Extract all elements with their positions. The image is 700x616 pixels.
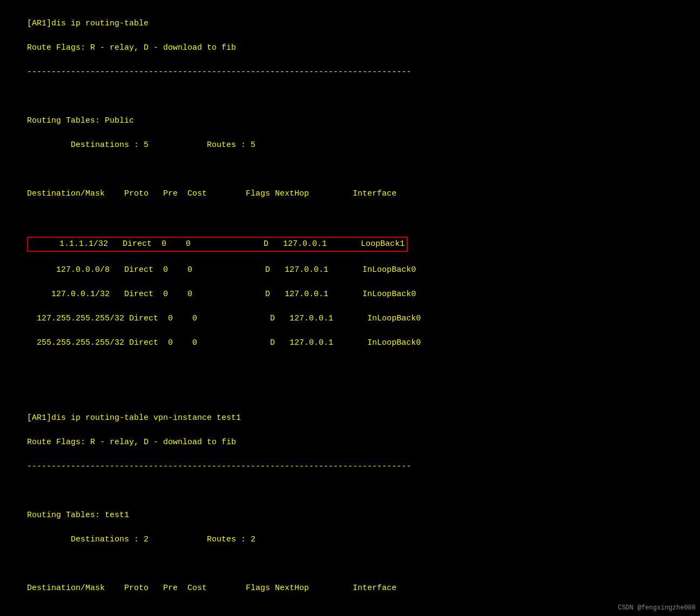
section-1: [AR1]dis ip routing-table Route Flags: R… bbox=[8, 5, 692, 373]
separator-1: ----------------------------------------… bbox=[27, 68, 411, 77]
highlighted-row-1: 1.1.1.1/32 Direct 0 0 D 127.0.0.1 LoopBa… bbox=[27, 237, 408, 252]
row-4-1: 127.255.255.255/32 Direct 0 0 D 127.0.0.… bbox=[27, 314, 421, 323]
routing-tables-label-1: Routing Tables: Public bbox=[27, 116, 134, 125]
row-5-1: 255.255.255.255/32 Direct 0 0 D 127.0.0.… bbox=[27, 338, 421, 347]
routing-tables-label-2: Routing Tables: test1 bbox=[27, 511, 129, 520]
command-2: [AR1]dis ip routing-table vpn-instance t… bbox=[27, 413, 241, 423]
destinations-1: Destinations : 5 Routes : 5 bbox=[27, 140, 255, 150]
route-flags-2: Route Flags: R - relay, D - download to … bbox=[27, 438, 236, 447]
column-headers-2: Destination/Mask Proto Pre Cost Flags Ne… bbox=[27, 584, 396, 593]
command-1: [AR1]dis ip routing-table bbox=[27, 19, 149, 28]
row-3-1: 127.0.0.1/32 Direct 0 0 D 127.0.0.1 InLo… bbox=[27, 290, 416, 299]
separator-2: ----------------------------------------… bbox=[27, 462, 411, 471]
section-2: [AR1]dis ip routing-table vpn-instance t… bbox=[8, 376, 692, 616]
column-headers-1: Destination/Mask Proto Pre Cost Flags Ne… bbox=[27, 189, 396, 198]
route-flags-1: Route Flags: R - relay, D - download to … bbox=[27, 43, 236, 52]
watermark: CSDN @fengxingzhe008 bbox=[618, 604, 696, 612]
terminal-window: [AR1]dis ip routing-table Route Flags: R… bbox=[8, 5, 692, 616]
destinations-2: Destinations : 2 Routes : 2 bbox=[27, 535, 255, 544]
row-2-1: 127.0.0.0/8 Direct 0 0 D 127.0.0.1 InLoo… bbox=[27, 265, 416, 274]
